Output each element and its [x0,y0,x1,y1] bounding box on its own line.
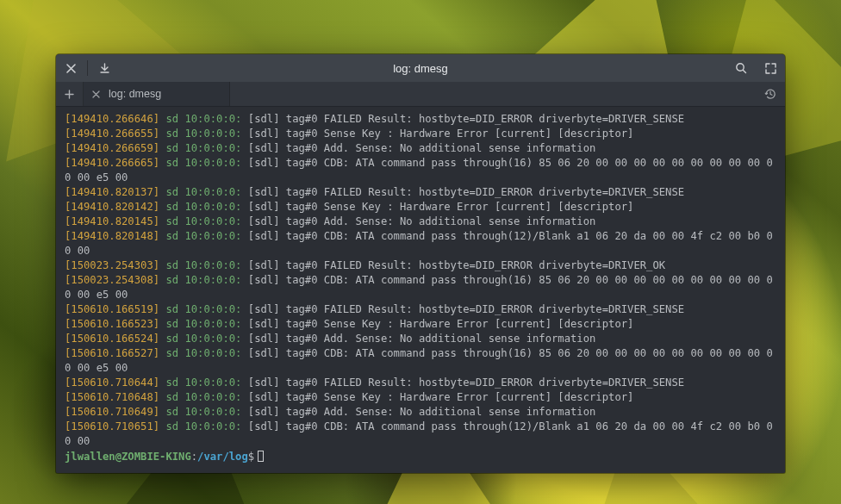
plus-icon [65,90,74,99]
close-window-button[interactable] [56,54,85,82]
download-icon [99,63,110,74]
tab-bar: log: dmesg [56,82,785,107]
new-tab-button[interactable] [56,82,84,106]
tab-close-button[interactable] [92,90,100,98]
titlebar-separator [87,60,88,76]
maximize-button[interactable] [756,54,785,82]
window-title: log: dmesg [56,62,785,75]
cursor [258,451,264,462]
terminal-output[interactable]: [149410.266646] sd 10:0:0:0: [sdl] tag#0… [56,107,785,473]
expand-icon [765,63,776,74]
search-button[interactable] [726,54,756,82]
download-button[interactable] [90,54,119,82]
close-icon [92,90,100,98]
history-icon [764,88,776,100]
tab-log-dmesg[interactable]: log: dmesg [84,82,230,106]
tab-label: log: dmesg [109,88,161,100]
history-button[interactable] [756,82,785,106]
terminal-window: log: dmesg log: dmesg [56,54,785,473]
search-icon [735,62,747,74]
close-icon [66,64,76,73]
titlebar[interactable]: log: dmesg [56,54,785,82]
